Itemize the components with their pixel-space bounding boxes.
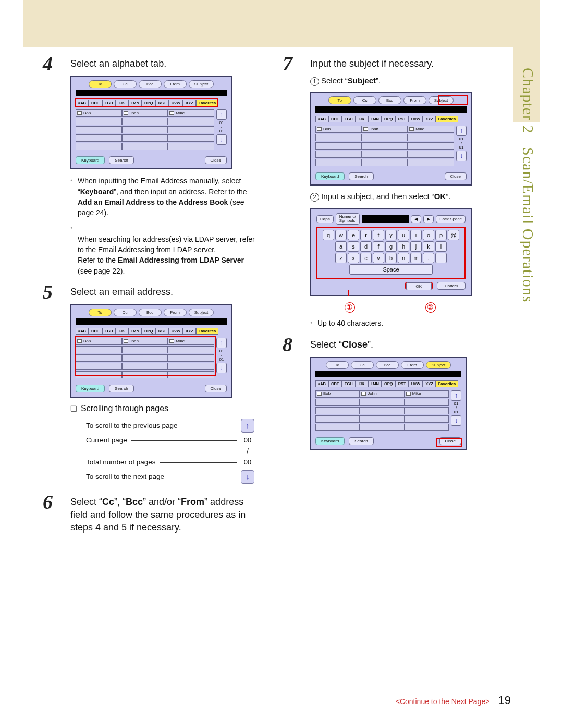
address-cell[interactable] xyxy=(168,134,214,142)
key[interactable]: . xyxy=(423,253,434,263)
address-cell[interactable] xyxy=(360,399,404,406)
address-cell[interactable] xyxy=(315,399,360,406)
alpha-tab[interactable]: RST xyxy=(396,380,409,387)
alpha-tab[interactable]: OPQ xyxy=(142,100,156,106)
key[interactable]: o xyxy=(423,230,434,240)
numeric-symbols-button[interactable]: Numeric/ Symbols xyxy=(336,213,360,225)
address-cell[interactable] xyxy=(408,134,454,141)
tab-subject[interactable]: Subject xyxy=(426,361,451,369)
tab-to[interactable]: To xyxy=(326,361,349,369)
caps-button[interactable]: Caps xyxy=(316,215,334,223)
address-cell[interactable] xyxy=(168,143,214,150)
key[interactable]: r xyxy=(360,230,372,240)
address-cell[interactable] xyxy=(315,424,360,431)
tab-to[interactable]: To xyxy=(89,80,112,88)
address-cell[interactable] xyxy=(362,159,408,166)
key[interactable]: p xyxy=(435,230,447,240)
address-cell[interactable] xyxy=(315,407,360,414)
address-cell[interactable] xyxy=(405,407,449,414)
scroll-down-button[interactable]: ↓ xyxy=(456,151,467,161)
alpha-tab[interactable]: OPQ xyxy=(142,328,156,335)
address-cell[interactable] xyxy=(76,126,122,133)
keyboard-button[interactable]: Keyboard xyxy=(76,156,105,164)
alpha-tab[interactable]: IJK xyxy=(356,116,368,122)
address-cell[interactable] xyxy=(362,134,408,141)
address-cell[interactable]: Bob xyxy=(315,390,360,398)
address-cell[interactable] xyxy=(168,118,214,125)
key[interactable]: u xyxy=(398,230,409,240)
alpha-tab[interactable]: FGH xyxy=(102,100,116,106)
tab-from[interactable]: From xyxy=(164,80,187,88)
address-cell[interactable] xyxy=(122,134,168,142)
tab-cc[interactable]: Cc xyxy=(114,80,137,88)
address-cell[interactable] xyxy=(408,159,454,166)
key[interactable]: x xyxy=(348,253,359,263)
search-button[interactable]: Search xyxy=(349,172,373,180)
key[interactable]: q xyxy=(323,230,334,240)
alpha-tab[interactable]: IJK xyxy=(116,100,128,106)
alpha-tab-favorites[interactable]: Favorites xyxy=(436,380,458,387)
alpha-tab[interactable]: UVW xyxy=(169,100,183,106)
search-button[interactable]: Search xyxy=(109,385,133,392)
address-cell[interactable] xyxy=(122,346,168,353)
address-cell[interactable] xyxy=(76,354,122,362)
close-button[interactable]: Close xyxy=(205,385,227,392)
address-cell[interactable] xyxy=(122,354,168,362)
alpha-tab[interactable]: FGH xyxy=(342,380,356,387)
alpha-tab-favorites[interactable]: Favorites xyxy=(196,328,218,335)
address-cell[interactable]: Bob xyxy=(76,109,122,117)
address-cell[interactable]: Bob xyxy=(315,126,362,133)
tab-to[interactable]: To xyxy=(328,96,351,104)
address-cell[interactable] xyxy=(360,415,404,423)
address-cell[interactable] xyxy=(315,151,362,158)
tab-subject[interactable]: Subject xyxy=(189,309,214,316)
alpha-tab[interactable]: CDE xyxy=(89,328,102,335)
address-cell[interactable] xyxy=(168,363,214,370)
address-cell[interactable]: Mike xyxy=(405,390,449,398)
address-cell[interactable] xyxy=(168,354,214,362)
key[interactable]: v xyxy=(373,253,384,263)
tab-cc[interactable]: Cc xyxy=(351,361,374,369)
key[interactable]: h xyxy=(398,241,409,252)
key[interactable]: w xyxy=(335,230,347,240)
space-key[interactable]: Space xyxy=(349,264,433,275)
alpha-tab[interactable]: UVW xyxy=(409,380,423,387)
alpha-tab[interactable]: XYZ xyxy=(423,380,436,387)
tab-from[interactable]: From xyxy=(403,96,426,104)
key[interactable]: f xyxy=(373,241,384,252)
alpha-tab[interactable]: LMN xyxy=(128,328,142,335)
address-cell[interactable]: John xyxy=(360,390,404,398)
tab-bcc[interactable]: Bcc xyxy=(376,361,399,369)
key[interactable]: e xyxy=(348,230,359,240)
address-cell[interactable] xyxy=(76,143,122,150)
address-cell[interactable]: Mike xyxy=(408,126,454,133)
key[interactable]: a xyxy=(335,241,347,252)
alpha-tab[interactable]: #AB xyxy=(76,100,89,106)
alpha-tab[interactable]: #AB xyxy=(315,116,328,122)
scroll-up-button[interactable]: ↑ xyxy=(456,126,467,136)
address-cell[interactable] xyxy=(360,407,404,414)
key[interactable]: k xyxy=(423,241,434,252)
keyboard-button[interactable]: Keyboard xyxy=(315,172,345,180)
close-button[interactable]: Close xyxy=(439,437,461,445)
address-cell[interactable] xyxy=(360,424,404,431)
scroll-down-button[interactable]: ↓ xyxy=(216,363,227,373)
scroll-up-button[interactable]: ↑ xyxy=(216,109,227,120)
alpha-tab-favorites[interactable]: Favorites xyxy=(196,100,218,106)
tab-bcc[interactable]: Bcc xyxy=(378,96,401,104)
address-cell[interactable] xyxy=(168,371,214,378)
alpha-tab[interactable]: OPQ xyxy=(382,116,396,122)
tab-from[interactable]: From xyxy=(401,361,424,369)
address-cell[interactable] xyxy=(408,142,454,150)
alpha-tab[interactable]: #AB xyxy=(315,380,328,387)
cancel-button[interactable]: Cancel xyxy=(437,282,466,290)
key[interactable]: g xyxy=(385,241,397,252)
close-button[interactable]: Close xyxy=(445,172,467,180)
tab-subject[interactable]: Subject xyxy=(189,80,214,88)
address-cell[interactable] xyxy=(122,126,168,133)
alpha-tab[interactable]: FGH xyxy=(342,116,356,122)
close-button[interactable]: Close xyxy=(205,156,227,164)
tab-bcc[interactable]: Bcc xyxy=(139,309,162,316)
address-cell[interactable] xyxy=(405,415,449,423)
alpha-tab[interactable]: IJK xyxy=(116,328,128,335)
